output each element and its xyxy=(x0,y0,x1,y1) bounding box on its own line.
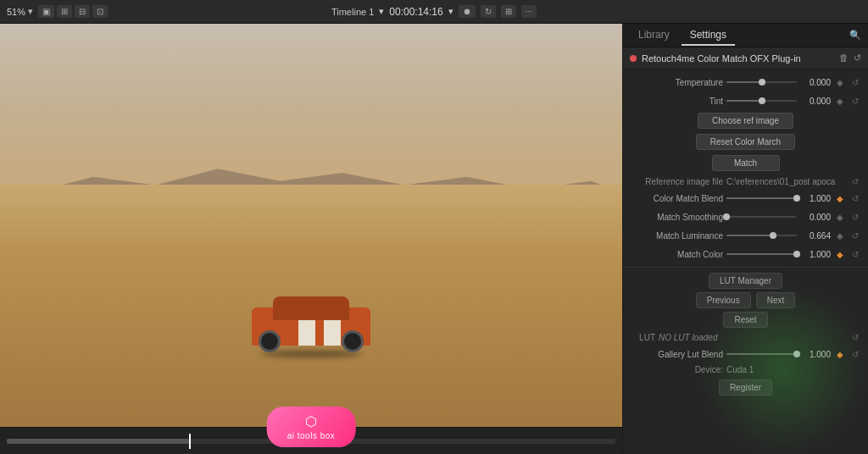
tint-dot: ◆ xyxy=(834,95,846,107)
register-row: Register xyxy=(623,376,868,399)
grid-btn[interactable]: ⊞ xyxy=(501,5,516,18)
search-icon[interactable]: 🔍 xyxy=(849,30,861,41)
temperature-label: Temperature xyxy=(630,78,723,87)
match-smoothing-slider[interactable] xyxy=(726,211,797,223)
temperature-reset[interactable]: ↺ xyxy=(849,76,861,88)
toolbar-icon-4[interactable]: ⊡ xyxy=(92,5,108,18)
panel-tabs: Library Settings 🔍 xyxy=(623,24,868,47)
match-smoothing-value: 0.000 xyxy=(800,213,831,222)
timecode-chevron[interactable]: ▾ xyxy=(448,6,453,17)
tint-value: 0.000 xyxy=(800,97,831,106)
match-luminance-value: 0.664 xyxy=(800,231,831,241)
plugin-title: Retouch4me Color Match OFX Plug-in xyxy=(642,53,834,64)
video-panel: ⬡ ai tools box xyxy=(0,24,622,454)
timeline-progress xyxy=(7,439,189,444)
match-button[interactable]: Match xyxy=(712,155,780,171)
car-wheel-right xyxy=(342,330,364,352)
color-match-blend-dot: ◆ xyxy=(834,192,846,204)
lut-reset-button[interactable]: Reset xyxy=(723,312,767,328)
ai-tools-label: ai tools box xyxy=(287,431,336,440)
match-luminance-row: Match Luminance 0.664 ◆ ↺ xyxy=(623,226,868,245)
lut-reset-row: Reset xyxy=(623,310,868,329)
lut-status-reset[interactable]: ↺ xyxy=(849,331,861,343)
choose-ref-button[interactable]: Choose ref image xyxy=(698,113,793,129)
color-match-blend-slider[interactable] xyxy=(726,192,797,204)
reset-color-button[interactable]: Reset Color March xyxy=(696,134,795,150)
tab-library[interactable]: Library xyxy=(630,25,678,46)
lut-manager-button[interactable]: LUT Manager xyxy=(709,273,782,289)
ref-file-value: C:\references\01_post apoca xyxy=(726,177,846,186)
match-luminance-reset[interactable]: ↺ xyxy=(849,230,861,241)
plugin-actions: 🗑 ↺ xyxy=(839,53,861,64)
timeline-playhead xyxy=(189,434,191,449)
temperature-slider[interactable] xyxy=(726,76,797,88)
lut-status-value: NO LUT loaded xyxy=(659,333,846,342)
toolbar-icon-2[interactable]: ⊞ xyxy=(57,5,72,18)
bottom-spacer xyxy=(623,399,868,404)
zoom-value: 51% xyxy=(7,7,25,17)
tint-reset[interactable]: ↺ xyxy=(849,95,861,107)
lut-status-row: LUT NO LUT loaded ↺ xyxy=(623,329,868,345)
car-wheel-left xyxy=(259,330,281,352)
match-color-row: Match Color 1.000 ◆ ↺ xyxy=(623,245,868,263)
ref-reset-icon[interactable]: ↺ xyxy=(849,175,861,187)
ai-tools-icon: ⬡ xyxy=(305,413,317,429)
plugin-trash-icon[interactable]: 🗑 xyxy=(839,53,849,64)
match-color-value: 1.000 xyxy=(800,250,831,259)
lut-next-button[interactable]: Next xyxy=(756,292,796,308)
gallery-lut-blend-label: Gallery Lut Blend xyxy=(630,350,723,359)
video-canvas xyxy=(0,24,622,427)
match-luminance-slider[interactable] xyxy=(726,230,797,241)
ai-tools-button[interactable]: ⬡ ai tools box xyxy=(267,407,356,447)
lut-status-label: LUT xyxy=(630,333,655,342)
car-container xyxy=(243,286,379,354)
match-color-dot: ◆ xyxy=(834,248,846,260)
gallery-lut-blend-slider[interactable] xyxy=(726,348,797,360)
plugin-header: Retouch4me Color Match OFX Plug-in 🗑 ↺ xyxy=(623,47,868,69)
match-row: Match xyxy=(623,152,868,174)
tab-settings[interactable]: Settings xyxy=(682,25,735,46)
match-color-label: Match Color xyxy=(630,250,723,259)
ref-file-label: Reference image file xyxy=(630,177,723,186)
color-match-blend-value: 1.000 xyxy=(800,194,831,203)
match-luminance-label: Match Luminance xyxy=(630,231,723,241)
choose-ref-row: Choose ref image xyxy=(623,110,868,131)
tint-slider[interactable] xyxy=(726,95,797,107)
top-toolbar: 51% ▾ ▣ ⊞ ⊟ ⊡ Timeline 1 ▾ 00:00:14:16 ▾… xyxy=(0,0,868,24)
ref-file-row: Reference image file C:\references\01_po… xyxy=(623,174,868,189)
toolbar-icons: ▣ ⊞ ⊟ ⊡ xyxy=(38,5,108,18)
gallery-lut-blend-value: 1.000 xyxy=(800,350,831,359)
car-shadow xyxy=(260,351,362,357)
lut-prev-next-row: Previous Next xyxy=(623,291,868,310)
tint-label: Tint xyxy=(630,97,723,106)
toolbar-icon-3[interactable]: ⊟ xyxy=(75,5,90,18)
zoom-chevron: ▾ xyxy=(28,6,33,17)
controls-scroll: Temperature 0.000 ◆ ↺ Tint xyxy=(623,69,868,454)
lut-manager-row: LUT Manager xyxy=(623,271,868,291)
gallery-lut-blend-reset[interactable]: ↺ xyxy=(849,348,861,360)
timecode: 00:00:14:16 xyxy=(389,6,442,18)
zoom-control[interactable]: 51% ▾ xyxy=(7,6,33,17)
match-color-reset[interactable]: ↺ xyxy=(849,248,861,260)
more-btn[interactable]: ··· xyxy=(521,5,537,18)
plugin-reset-icon[interactable]: ↺ xyxy=(854,53,861,64)
tint-row: Tint 0.000 ◆ ↺ xyxy=(623,91,868,110)
match-color-slider[interactable] xyxy=(726,248,797,260)
temperature-value: 0.000 xyxy=(800,78,831,87)
device-row: Device: Cuda 1 xyxy=(623,363,868,376)
match-smoothing-dot: ◆ xyxy=(834,211,846,223)
match-smoothing-label: Match Smoothing xyxy=(630,213,723,222)
color-match-blend-reset[interactable]: ↺ xyxy=(849,192,861,204)
timeline-label: Timeline 1 xyxy=(331,7,374,17)
loop-btn[interactable]: ↻ xyxy=(481,5,496,18)
toolbar-icon-1[interactable]: ▣ xyxy=(38,5,54,18)
gallery-lut-blend-row: Gallery Lut Blend 1.000 ◆ ↺ xyxy=(623,345,868,363)
record-btn[interactable]: ⏺ xyxy=(459,5,476,18)
match-smoothing-reset[interactable]: ↺ xyxy=(849,211,861,223)
car-roof xyxy=(273,296,349,320)
device-label: Device: xyxy=(630,365,723,374)
lut-previous-button[interactable]: Previous xyxy=(696,292,751,308)
timeline-chevron[interactable]: ▾ xyxy=(379,6,384,17)
separator-1 xyxy=(623,267,868,268)
register-button[interactable]: Register xyxy=(719,379,772,396)
